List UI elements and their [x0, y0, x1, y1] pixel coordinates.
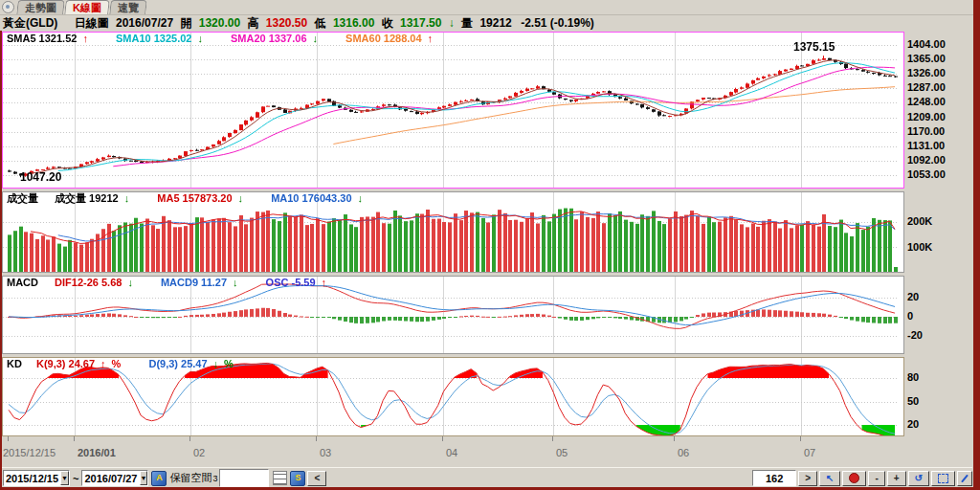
axis-tick-label: 1209.00 [907, 111, 946, 122]
sma60-legend: SMA60 1288.04 [345, 33, 422, 44]
x-axis-tick [74, 436, 75, 441]
window-border-right [973, 0, 980, 490]
y-axis-labels: 1404.001365.001326.001287.001248.001209.… [907, 0, 974, 490]
price-legend: SMA5 1321.52↑ SMA10 1325.02↓ SMA20 1337.… [7, 33, 438, 45]
chevron-down-icon[interactable]: ▼ [60, 471, 69, 485]
close-down-arrow-icon: ↓ [449, 16, 455, 30]
volume-ma10-down-arrow-icon: ↓ [358, 192, 364, 204]
scroll-left-button[interactable]: < [307, 471, 326, 486]
volume-value-legend: 成交量 19212 [55, 192, 119, 204]
zoom-in-button[interactable]: + [887, 471, 906, 486]
volume-panel-title: 成交量 [7, 192, 38, 204]
tab-candlestick-chart[interactable]: K線圖 [64, 0, 110, 14]
trading-app-window: { "tabs": {"items": [ {"label": "走勢圖"}, … [0, 0, 980, 490]
candle-count-field[interactable]: 162 [752, 470, 796, 486]
kd-panel-title: KD [7, 358, 22, 369]
x-axis-tick [189, 436, 190, 441]
low-label: 低 [315, 16, 326, 30]
axis-tick-label: 20 [907, 291, 919, 302]
macd-panel-title: MACD [7, 277, 38, 288]
window-border-left [0, 31, 2, 490]
x-axis-tick [674, 436, 675, 441]
close-value: 1317.50 [400, 16, 441, 30]
chevron-down-icon[interactable]: ▼ [140, 471, 148, 485]
macd-legend: MACD DIF12-26 5.68↓ MACD9 11.27↓ OSC -5.… [7, 277, 332, 289]
volume-ma10-legend: MA10 176043.30 [271, 192, 351, 204]
kd-legend: KD K(9,3) 24.67↑% D(9,3) 25.47↓% [7, 358, 239, 370]
dif-legend: DIF12-26 5.68 [55, 277, 122, 288]
d-legend: D(9,3) 25.47 [148, 358, 207, 369]
volume-ma5-down-arrow-icon: ↓ [238, 192, 244, 204]
volume-down-arrow-icon: ↓ [124, 192, 130, 204]
tab-bar: 走勢圖 K線圖 速覽 [0, 0, 980, 15]
date-from-combobox[interactable]: 2015/12/15 ▼ [3, 470, 70, 486]
x-axis-label: 04 [446, 447, 457, 458]
volume-value: 19212 [479, 16, 511, 30]
chart-type-label: 日線圖 [75, 16, 109, 30]
change-value: -2.51 (-0.19%) [521, 16, 594, 30]
x-axis-label: 05 [556, 447, 568, 458]
scroll-right-button[interactable]: > [798, 471, 817, 486]
statistics-icon[interactable]: S [290, 471, 305, 486]
k-up-arrow-icon: ↑ [100, 358, 106, 369]
axis-tick-label: 1053.00 [907, 168, 946, 180]
tab-trend-chart[interactable]: 走勢圖 [16, 0, 65, 14]
sma20-legend: SMA20 1337.06 [231, 33, 307, 44]
x-axis-label: 2016/01 [78, 447, 116, 458]
sma5-up-arrow-icon: ↑ [82, 33, 88, 44]
volume-panel: 成交量 成交量 19212↓ MA5 157873.20↓ MA10 17604… [2, 191, 904, 273]
macd-panel: MACD DIF12-26 5.68↓ MACD9 11.27↓ OSC -5.… [2, 276, 904, 354]
axis-tick-label: 1365.00 [907, 53, 946, 64]
axis-tick-label: 50 [907, 395, 919, 407]
osc-legend: OSC -5.59 [266, 277, 316, 288]
x-axis-label: 03 [320, 447, 331, 458]
close-label: 收 [382, 16, 393, 30]
sma20-down-arrow-icon: ↓ [313, 33, 319, 44]
d-percent-sign: % [224, 358, 234, 369]
panel-layout-icon[interactable] [272, 471, 287, 486]
x-axis-tick [442, 436, 443, 441]
timer-button[interactable] [842, 471, 866, 486]
k-percent-sign: % [112, 358, 122, 369]
x-axis-tick [552, 436, 553, 441]
axis-tick-label: 0 [907, 310, 913, 322]
range-separator: ~ [73, 473, 78, 484]
macd9-legend: MACD9 11.27 [161, 277, 227, 288]
reserve-space-value: 3 [212, 474, 217, 483]
axis-tick-label: 1326.00 [907, 67, 946, 78]
app-icon [2, 1, 14, 13]
reserve-space-input[interactable] [219, 469, 269, 487]
macd9-down-arrow-icon: ↓ [233, 277, 238, 288]
x-axis-label: 07 [804, 447, 815, 458]
axis-tick-label: 1170.00 [907, 125, 945, 137]
date-to-combobox[interactable]: 2016/07/27 ▼ [81, 470, 148, 486]
osc-up-arrow-icon: ↑ [322, 277, 327, 288]
axis-tick-label: 200K [907, 215, 932, 227]
tab-quick-view[interactable]: 速覽 [109, 0, 147, 14]
high-value: 1320.50 [266, 16, 307, 30]
quote-date: 2016/07/27 [116, 16, 173, 30]
sma10-down-arrow-icon: ↓ [197, 33, 203, 44]
peak-price-annotation: 1375.15 [793, 40, 835, 54]
axis-tick-label: -20 [907, 329, 923, 341]
axis-tick-label: 100K [907, 241, 932, 253]
low-value: 1316.00 [333, 16, 374, 30]
symbol-name: 黃金(GLD) [3, 16, 57, 30]
axis-tick-label: 20 [907, 418, 919, 430]
quote-header: 黃金(GLD) 日線圖 2016/07/27 開 1320.00 高 1320.… [0, 15, 980, 31]
zoom-out-button[interactable]: - [868, 471, 884, 486]
x-axis-label: 2015/12/15 [3, 447, 56, 458]
axis-tick-label: 1131.00 [907, 140, 945, 151]
trough-price-annotation: 1047.20 [20, 170, 61, 184]
k-legend: K(9,3) 24.67 [36, 358, 95, 369]
x-axis-tick [8, 436, 9, 441]
volume-ma5-legend: MA5 157873.20 [157, 192, 232, 204]
sma60-up-arrow-icon: ↑ [428, 33, 434, 44]
dif-down-arrow-icon: ↓ [127, 277, 133, 288]
cursor-tool-button[interactable]: ↖ [819, 471, 840, 486]
bottom-toolbar: 2015/12/15 ▼ ~ 2016/07/27 ▼ A 保留空間 3 S <… [0, 467, 972, 488]
price-chart-canvas[interactable] [3, 33, 903, 188]
x-axis-label: 02 [193, 447, 205, 458]
adjust-price-icon[interactable]: A [151, 471, 167, 486]
reserve-space-label: 保留空間 [169, 471, 212, 485]
